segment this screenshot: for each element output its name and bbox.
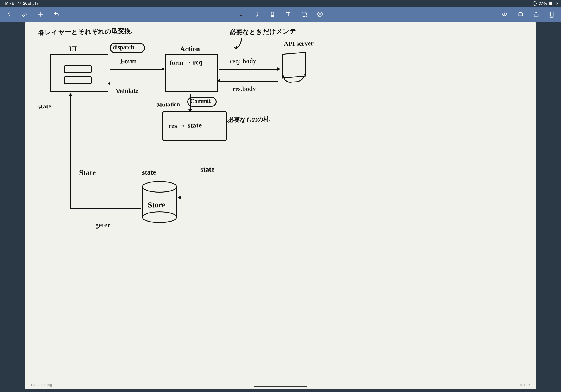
ios-status-bar: 19:46 7月20日(月) 33%	[0, 0, 561, 7]
diagram-title: 各レイヤーとそれぞれの型変換.	[38, 27, 133, 37]
ui-box	[50, 54, 108, 92]
arrow-api-to-action	[219, 81, 278, 82]
pages-icon[interactable]	[548, 11, 556, 18]
arrowhead-icon	[162, 67, 165, 71]
res-body-label: res.body	[233, 85, 256, 93]
arrow-store-to-ui-h	[70, 208, 141, 209]
state-left-label: state	[38, 103, 51, 110]
commit-label: Commit	[190, 97, 211, 104]
sketch-layer: 各レイヤーとそれぞれの型変換. 必要なときだけメンテ .必要なものの材. UI …	[25, 22, 536, 389]
arrowhead-icon	[277, 67, 280, 71]
hook-arrow-icon	[233, 37, 244, 51]
eraser-tool-icon[interactable]	[269, 11, 276, 18]
ui-label: UI	[69, 45, 77, 53]
mutation-body-label: res → state	[168, 121, 202, 130]
shape-assist-icon[interactable]	[316, 11, 324, 18]
arrowhead-icon	[178, 196, 181, 199]
note-top-right: 必要なときだけメンテ	[230, 27, 296, 37]
arrowhead-icon	[69, 93, 72, 96]
arrowhead-icon	[108, 82, 110, 85]
dispatch-label: dispatch	[113, 44, 134, 51]
store-label: Store	[148, 200, 165, 209]
notebook-name: Programming	[31, 383, 52, 387]
arrow-action-to-api	[219, 69, 278, 70]
add-button[interactable]	[37, 11, 44, 18]
back-button[interactable]	[5, 11, 13, 18]
api-server-label: API server	[284, 39, 314, 48]
arrow-mutation-to-store-h	[180, 198, 195, 198]
lasso-tool-icon[interactable]	[300, 11, 308, 18]
action-body-label: form → req	[170, 58, 202, 67]
battery-icon	[549, 2, 557, 5]
arrow-store-to-ui-v	[70, 95, 71, 209]
page-footer: Programming 10 / 12	[25, 381, 536, 389]
state-right-label: state	[200, 165, 214, 174]
pen-tool-icon[interactable]	[237, 11, 245, 18]
state-near-store-label: state	[142, 168, 156, 177]
req-body-label: req: body	[230, 57, 256, 65]
page-indicator: 10 / 12	[519, 383, 530, 387]
arrow-ui-to-action	[110, 69, 162, 70]
form-label: Form	[120, 57, 137, 65]
arrow-action-to-mutation	[190, 94, 191, 110]
drawing-stage: 各レイヤーとそれぞれの型変換. 必要なときだけメンテ .必要なものの材. UI …	[0, 22, 561, 392]
note-mid-right: .必要なものの材.	[227, 115, 271, 124]
svg-rect-7	[550, 12, 554, 16]
arrowhead-icon	[217, 79, 220, 82]
note-page[interactable]: 各レイヤーとそれぞれの型変換. 必要なときだけメンテ .必要なものの材. UI …	[25, 22, 536, 389]
arrow-action-to-ui	[110, 84, 162, 84]
share-icon[interactable]	[532, 11, 540, 18]
api-server-shape	[282, 52, 306, 79]
battery-percent: 33%	[539, 1, 547, 6]
rotation-lock-icon	[533, 1, 537, 6]
insert-space-icon[interactable]	[517, 11, 524, 18]
wrench-icon[interactable]	[21, 11, 29, 18]
state-arrow-mid-label: State	[79, 168, 96, 177]
svg-rect-3	[302, 12, 307, 17]
svg-rect-1	[256, 12, 258, 15]
highlighter-tool-icon[interactable]	[253, 11, 261, 18]
svg-rect-0	[240, 12, 242, 15]
svg-rect-2	[271, 12, 274, 16]
getter-label: geter	[95, 221, 110, 229]
status-date: 7月20日(月)	[17, 1, 38, 6]
svg-rect-5	[518, 13, 523, 16]
validate-label: Validate	[116, 87, 138, 95]
text-tool-icon[interactable]	[285, 11, 292, 18]
insert-cutout-icon[interactable]	[501, 11, 508, 18]
undo-button[interactable]	[53, 11, 60, 18]
status-time: 19:46	[4, 1, 14, 6]
arrow-mutation-to-store	[195, 141, 195, 198]
action-label: Action	[180, 45, 200, 53]
home-indicator	[254, 386, 307, 387]
app-toolbar	[0, 7, 561, 22]
mutation-label: Mutation	[157, 101, 180, 108]
